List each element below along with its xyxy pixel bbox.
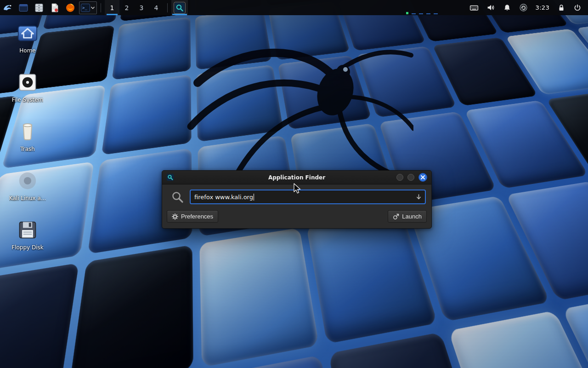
volume-icon[interactable] xyxy=(486,3,495,12)
launcher-window[interactable] xyxy=(16,0,31,15)
launch-icon xyxy=(393,213,399,220)
wallpaper-cube xyxy=(199,228,319,368)
desktop-icon-label: Kali Linux a... xyxy=(9,195,46,201)
launcher-terminal[interactable]: >_ xyxy=(79,1,97,14)
monitor-indicator-dot xyxy=(406,12,408,14)
launch-label: Launch xyxy=(402,213,422,220)
wallpaper-cube xyxy=(195,9,272,70)
search-magnifier-icon xyxy=(170,190,184,204)
lock-icon[interactable] xyxy=(557,4,565,12)
kali-logo-icon xyxy=(3,3,13,13)
panel-separator xyxy=(101,3,101,12)
terminal-icon: >_ xyxy=(80,3,90,13)
close-icon xyxy=(421,175,425,179)
dropdown-arrow-icon[interactable] xyxy=(416,194,422,200)
taskbar-application-finder[interactable] xyxy=(171,0,188,15)
wallpaper-cube xyxy=(196,65,283,142)
desktop-icon-label: Home xyxy=(19,47,35,54)
kali-linux-faded-icon xyxy=(17,170,39,192)
file-manager-icon xyxy=(34,3,44,13)
workspace-1[interactable]: 1 xyxy=(105,0,119,15)
workspace-4[interactable]: 4 xyxy=(149,0,164,15)
window-titlebar[interactable]: Application Finder xyxy=(162,171,431,184)
text-editor-icon xyxy=(50,3,60,13)
desktop-icon-floppy-disk[interactable]: Floppy Disk xyxy=(6,219,50,259)
floppy-disk-icon xyxy=(17,219,39,241)
launcher-text-editor[interactable] xyxy=(47,0,62,15)
launch-button[interactable]: Launch xyxy=(388,210,427,223)
text-caret xyxy=(254,194,254,201)
workspace-2[interactable]: 2 xyxy=(119,0,134,15)
desktop-icon-home[interactable]: Home xyxy=(6,22,50,62)
file-system-icon xyxy=(17,71,39,93)
keyboard-layout-icon[interactable] xyxy=(469,3,479,12)
wallpaper-cube xyxy=(68,245,193,368)
application-finder-window: Application Finder firefox www.kali.org xyxy=(162,170,432,229)
maximize-button[interactable] xyxy=(407,174,414,181)
window-controls xyxy=(396,173,427,182)
workspace-3[interactable]: 3 xyxy=(134,0,149,15)
workspace-switcher: 1 2 3 4 xyxy=(105,0,164,15)
desktop-icon-file-system[interactable]: File System xyxy=(6,71,50,111)
window-title: Application Finder xyxy=(162,174,431,181)
panel-separator-2 xyxy=(167,3,168,12)
desktop-icon-list: Home File System Trash Kali Linu xyxy=(6,22,50,259)
top-panel: >_ 1 2 3 4 xyxy=(0,0,588,15)
chevron-down-icon xyxy=(90,6,95,10)
window-body: firefox www.kali.org xyxy=(162,184,431,228)
desktop-icon-label: File System xyxy=(12,97,44,103)
preferences-button[interactable]: Preferences xyxy=(167,210,218,223)
desktop-icon-kali-linux[interactable]: Kali Linux a... xyxy=(6,170,50,209)
gear-icon xyxy=(172,213,178,220)
firefox-icon xyxy=(65,3,75,13)
panel-monitor xyxy=(406,12,438,14)
window-search-icon xyxy=(166,173,174,181)
search-icon xyxy=(174,2,186,14)
system-tray: 3:23 xyxy=(469,0,588,15)
preferences-label: Preferences xyxy=(181,213,213,220)
monitor-tick xyxy=(434,13,438,14)
trash-icon xyxy=(17,121,39,143)
desktop-icon-label: Floppy Disk xyxy=(11,244,44,251)
clock[interactable]: 3:23 xyxy=(536,4,549,11)
monitor-tick xyxy=(419,13,423,14)
minimize-button[interactable] xyxy=(396,174,403,181)
wallpaper-cube xyxy=(102,75,191,155)
window-icon xyxy=(18,3,28,13)
wallpaper-cube xyxy=(278,55,372,129)
desktop-icon-label: Trash xyxy=(20,146,35,152)
notifications-bell-icon[interactable] xyxy=(503,4,511,12)
close-button[interactable] xyxy=(418,173,427,182)
kali-menu-button[interactable] xyxy=(0,0,16,15)
svg-text:>_: >_ xyxy=(82,6,87,10)
updates-icon[interactable] xyxy=(519,3,528,12)
monitor-tick xyxy=(426,13,430,14)
monitor-tick xyxy=(412,13,416,14)
desktop-icon-trash[interactable]: Trash xyxy=(6,121,50,160)
home-icon xyxy=(17,22,39,44)
power-icon[interactable] xyxy=(573,4,582,12)
wallpaper-cube xyxy=(0,263,79,368)
search-input-value: firefox www.kali.org xyxy=(194,194,253,201)
wallpaper-cube xyxy=(112,17,191,80)
launcher-file-manager[interactable] xyxy=(31,0,47,15)
launcher-firefox[interactable] xyxy=(62,0,78,15)
finder-search-input[interactable]: firefox www.kali.org xyxy=(190,190,426,204)
